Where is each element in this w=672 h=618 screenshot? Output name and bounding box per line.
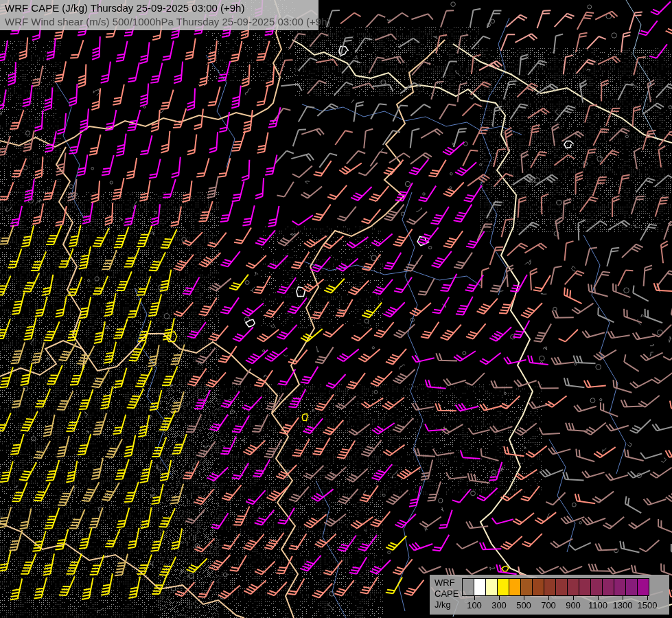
legend-swatch [509, 578, 521, 596]
legend-swatch [544, 578, 556, 596]
legend-swatch [474, 578, 486, 596]
legend-swatch [520, 578, 533, 596]
legend-swatch [485, 578, 498, 596]
legend-swatch [567, 578, 579, 596]
title-box: WRF CAPE (J/kg) Thursday 25-09-2025 03:0… [0, 0, 318, 30]
legend-swatch [614, 578, 626, 596]
title-line-cape: WRF CAPE (J/kg) Thursday 25-09-2025 03:0… [5, 1, 314, 15]
legend-title: WRF CAPE J/kg [435, 577, 459, 610]
legend-swatch [532, 578, 544, 596]
legend-swatch [462, 578, 474, 596]
legend-swatch [555, 578, 568, 596]
legend-tick-label: 900 [566, 600, 581, 610]
legend-color-strip [462, 578, 649, 596]
weather-map-canvas [0, 0, 672, 618]
legend-swatch [637, 578, 649, 596]
legend-swatch [497, 578, 509, 596]
legend-title-model: WRF [435, 577, 459, 588]
cape-legend: WRF CAPE J/kg 10030050070090011001300150… [430, 575, 669, 615]
legend-swatch [625, 578, 638, 596]
legend-title-variable: CAPE [435, 588, 459, 599]
legend-tick-label: 700 [541, 600, 556, 610]
legend-tick-label: 300 [491, 600, 507, 610]
legend-tick-label: 500 [516, 600, 531, 610]
legend-tick-label: 100 [467, 600, 482, 610]
legend-title-units: J/kg [435, 599, 459, 610]
weather-map-page: WRF CAPE (J/kg) Thursday 25-09-2025 03:0… [0, 0, 672, 618]
legend-tick-label: 1500 [638, 600, 658, 610]
legend-tick-label: 1100 [588, 600, 607, 610]
legend-swatch [590, 578, 603, 596]
legend-tick-label: 1300 [613, 600, 633, 610]
legend-swatch [579, 578, 591, 596]
title-line-shear: WRF Wind shear (m/s) 500/1000hPa Thursda… [5, 15, 314, 29]
legend-swatch [602, 578, 614, 596]
